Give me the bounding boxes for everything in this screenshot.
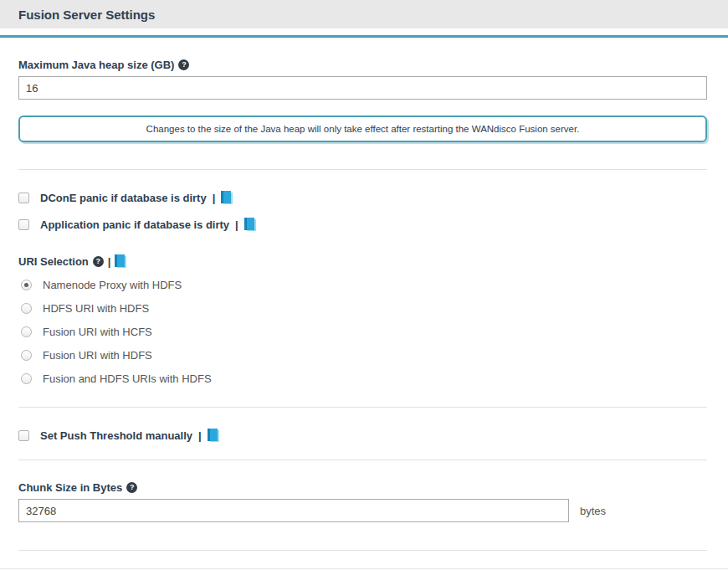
- uri-option-label: Fusion URI with HCFS: [43, 326, 152, 338]
- dcone-panic-row: DConE panic if database is dirty |: [18, 191, 707, 204]
- heap-size-label-row: Maximum Java heap size (GB) ?: [18, 59, 707, 71]
- app-panic-checkbox[interactable]: [18, 219, 29, 230]
- notice-text: Changes to the size of the Java heap wil…: [146, 124, 580, 134]
- app-panic-row: Application panic if database is dirty |: [18, 218, 707, 231]
- heap-size-label: Maximum Java heap size (GB): [18, 59, 174, 71]
- app-panic-label: Application panic if database is dirty: [40, 218, 229, 231]
- help-icon[interactable]: ?: [93, 256, 104, 267]
- push-threshold-label: Set Push Threshold manually: [40, 429, 192, 442]
- pipe-separator: |: [235, 218, 238, 231]
- header-accent-rule: [0, 35, 728, 38]
- chunk-size-label: Chunk Size in Bytes: [18, 481, 122, 494]
- dcone-panic-checkbox[interactable]: [18, 193, 29, 203]
- radio-button[interactable]: [21, 373, 32, 384]
- push-threshold-row: Set Push Threshold manually |: [18, 429, 707, 442]
- uri-option-label: Fusion URI with HDFS: [43, 349, 152, 362]
- pipe-separator: |: [108, 255, 111, 268]
- chunk-size-input[interactable]: [18, 499, 569, 522]
- chunk-size-label-row: Chunk Size in Bytes ?: [18, 481, 707, 494]
- settings-form: Maximum Java heap size (GB) ? Changes to…: [0, 59, 728, 570]
- doc-book-icon[interactable]: [208, 429, 219, 442]
- chunk-size-unit: bytes: [580, 505, 606, 517]
- uri-option-label: Namenode Proxy with HDFS: [43, 279, 182, 291]
- uri-option-namenode-proxy: Namenode Proxy with HDFS: [21, 279, 707, 291]
- radio-button[interactable]: [21, 350, 32, 361]
- pipe-separator: |: [213, 192, 216, 204]
- uri-option-fusion-uri-hdfs: Fusion URI with HDFS: [21, 349, 707, 362]
- section-divider: [18, 550, 707, 551]
- uri-selection-label-row: URI Selection ? |: [18, 254, 707, 268]
- uri-option-label: HDFS URI with HDFS: [43, 302, 149, 315]
- uri-option-fusion-uri-hcfs: Fusion URI with HCFS: [21, 326, 707, 338]
- heap-size-input[interactable]: [18, 76, 707, 100]
- uri-option-hdfs-uri: HDFS URI with HDFS: [21, 302, 707, 315]
- radio-button[interactable]: [21, 326, 32, 337]
- push-threshold-checkbox[interactable]: [18, 430, 29, 441]
- pipe-separator: |: [198, 429, 202, 442]
- section-divider: [18, 460, 707, 460]
- uri-option-fusion-and-hdfs: Fusion and HDFS URIs with HDFS: [21, 372, 707, 385]
- chunk-size-input-row: bytes: [18, 499, 707, 522]
- doc-book-icon[interactable]: [244, 218, 256, 231]
- uri-selection-label: URI Selection: [18, 255, 89, 268]
- help-icon[interactable]: ?: [126, 482, 137, 493]
- dcone-panic-label: DConE panic if database is dirty: [40, 192, 207, 204]
- section-divider: [18, 407, 707, 408]
- doc-book-icon[interactable]: [115, 254, 126, 268]
- page-title: Fusion Server Settings: [18, 8, 155, 22]
- heap-restart-notice: Changes to the size of the Java heap wil…: [18, 116, 707, 142]
- section-divider: [18, 169, 707, 170]
- panel-header: Fusion Server Settings: [0, 0, 728, 28]
- radio-button[interactable]: [21, 303, 32, 314]
- help-icon[interactable]: ?: [178, 59, 189, 70]
- uri-option-label: Fusion and HDFS URIs with HDFS: [43, 372, 212, 385]
- doc-book-icon[interactable]: [221, 191, 233, 204]
- radio-button[interactable]: [21, 280, 32, 290]
